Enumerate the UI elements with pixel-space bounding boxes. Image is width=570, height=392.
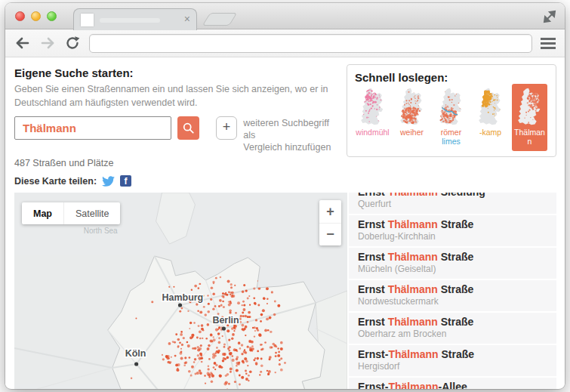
quickstart-item-label: weiher xyxy=(394,128,430,137)
zoom-out-button[interactable]: − xyxy=(319,223,341,245)
page-title: Eigene Suche starten: xyxy=(14,66,336,79)
add-comparison-hint: weiteren Suchbegriff als Vergleich hinzu… xyxy=(243,116,336,154)
street-name: Ernst Thälmann Straße xyxy=(358,251,547,263)
map-type-satellite-button[interactable]: Satellite xyxy=(63,202,120,224)
back-icon[interactable] xyxy=(14,35,31,51)
quickstart-item-rmer[interactable]: römerlimes xyxy=(433,88,469,146)
street-results-list[interactable]: Ernst Thälmann SiedlungQuerfurtErnst Thä… xyxy=(349,193,556,389)
quickstart-item-label: -kamp xyxy=(473,128,508,137)
street-place: Querfurt xyxy=(358,199,547,209)
quickstart-panel: Schnell loslegen: windmühlweiherrömerlim… xyxy=(347,64,556,157)
quickstart-item-label: Thälmann xyxy=(513,128,546,146)
street-name: Ernst Thälmann Straße xyxy=(358,283,547,295)
street-name: Ernst-Thälmann Straße xyxy=(358,348,547,360)
street-result-item[interactable]: Ernst Thälmann StraßeMücheln (Geiseltal) xyxy=(349,248,556,279)
street-result-item[interactable]: Ernst Thälmann StraßeOberharz am Brocken xyxy=(349,313,556,344)
search-input[interactable] xyxy=(14,116,171,140)
svg-text:Berlin: Berlin xyxy=(212,315,239,326)
search-icon xyxy=(182,122,195,134)
quickstart-title: Schnell loslegen: xyxy=(355,71,548,84)
street-name: Ernst Thälmann Straße xyxy=(358,218,547,230)
sea-label: North Sea xyxy=(84,227,118,235)
street-place: Hergisdorf xyxy=(358,361,547,372)
street-place: Nordwestuckermark xyxy=(358,296,547,307)
browser-tab[interactable]: × xyxy=(73,8,197,30)
zoom-window-button[interactable] xyxy=(47,11,57,21)
quickstart-thumbnails: windmühlweiherrömerlimes-kampThälmann xyxy=(355,88,548,151)
forward-icon[interactable] xyxy=(39,35,56,51)
fullscreen-icon[interactable] xyxy=(543,10,556,23)
browser-titlebar: × xyxy=(5,3,565,29)
search-description: Geben Sie einen Straßennamen ein und las… xyxy=(14,83,336,110)
close-window-button[interactable] xyxy=(15,11,25,21)
share-row: Diese Karte teilen: f xyxy=(14,175,556,187)
result-count: 487 Straßen und Plätze xyxy=(14,158,336,168)
zoom-in-button[interactable]: + xyxy=(319,200,341,223)
svg-text:Köln: Köln xyxy=(125,348,146,359)
street-place: Oberharz am Brocken xyxy=(358,329,547,339)
map-type-map-button[interactable]: Map xyxy=(22,202,63,224)
minimize-window-button[interactable] xyxy=(31,11,41,21)
street-place: Mücheln (Geiseltal) xyxy=(358,264,547,274)
quickstart-item-weiher[interactable]: weiher xyxy=(394,88,430,137)
window-controls xyxy=(15,11,57,21)
search-button[interactable] xyxy=(177,116,199,140)
reload-icon[interactable] xyxy=(64,35,81,51)
quickstart-item-thlmann[interactable]: Thälmann xyxy=(512,84,547,151)
street-result-item[interactable]: Ernst Thälmann SiedlungQuerfurt xyxy=(349,193,556,214)
search-section: Eigene Suche starten: Geben Sie einen St… xyxy=(14,64,336,168)
tab-favicon xyxy=(81,14,94,26)
map-zoom-control: + − xyxy=(319,200,341,245)
share-label: Diese Karte teilen: xyxy=(14,176,97,187)
tab-close-icon[interactable]: × xyxy=(184,12,190,26)
tab-title-placeholder xyxy=(100,18,160,23)
quickstart-item-windmhl[interactable]: windmühl xyxy=(355,88,390,137)
menu-icon[interactable] xyxy=(541,38,556,49)
url-bar[interactable] xyxy=(89,34,532,53)
svg-text:Hamburg: Hamburg xyxy=(162,292,204,303)
street-result-item[interactable]: Ernst Thälmann StraßeNordwestuckermark xyxy=(349,280,556,311)
map-canvas[interactable]: North Sea HamburgBerlinKölnMünchen Map S… xyxy=(14,193,347,389)
street-result-item[interactable]: Ernst Thälmann StraßeDoberlug-Kirchhain xyxy=(349,215,556,246)
street-name: Ernst-Thälmann-Allee xyxy=(358,381,547,389)
street-result-item[interactable]: Ernst-Thälmann StraßeHergisdorf xyxy=(349,345,556,376)
quickstart-item--kamp[interactable]: -kamp xyxy=(473,88,508,137)
street-result-item[interactable]: Ernst-Thälmann-AlleeNienburg (Saale) xyxy=(349,378,556,389)
quickstart-item-label: windmühl xyxy=(355,128,390,137)
street-name: Ernst Thälmann Siedlung xyxy=(358,193,547,198)
browser-window: × xyxy=(5,3,565,389)
new-tab-button[interactable] xyxy=(202,13,238,26)
street-name: Ernst Thälmann Straße xyxy=(358,316,547,328)
street-place: Doberlug-Kirchhain xyxy=(358,231,547,242)
page-content: Eigene Suche starten: Geben Sie einen St… xyxy=(5,57,565,388)
browser-toolbar xyxy=(5,29,565,57)
add-comparison-button[interactable]: + xyxy=(216,116,238,140)
facebook-icon[interactable]: f xyxy=(120,175,131,187)
quickstart-item-label: römerlimes xyxy=(433,128,469,146)
map-type-control: Map Satellite xyxy=(22,202,120,224)
twitter-icon[interactable] xyxy=(102,176,115,187)
